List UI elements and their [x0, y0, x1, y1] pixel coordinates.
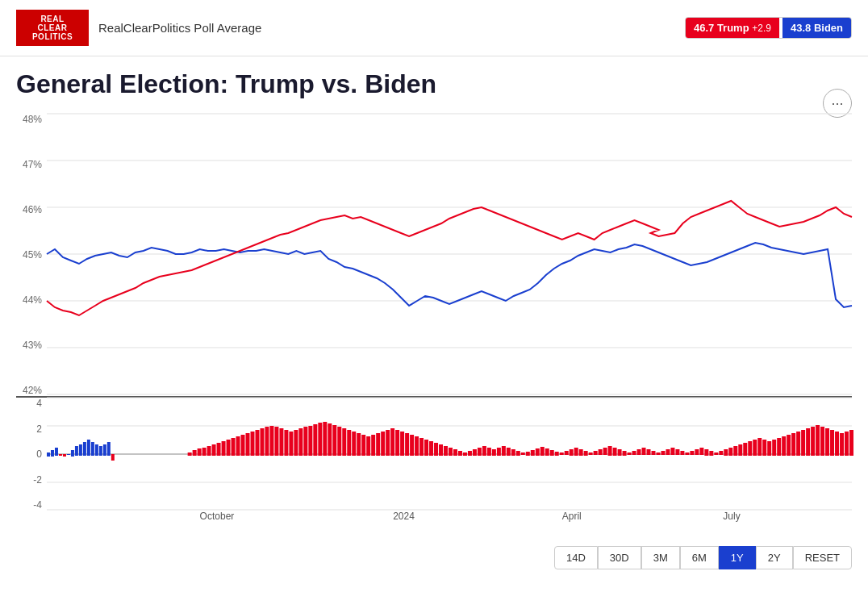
- svg-rect-147: [757, 438, 762, 456]
- svg-rect-73: [400, 432, 404, 456]
- y-label-42: 42%: [16, 385, 47, 396]
- svg-rect-45: [265, 427, 269, 456]
- y-axis: 48% 47% 46% 45% 44% 43% 42%: [16, 114, 47, 396]
- y-label-45: 45%: [16, 249, 47, 261]
- btn-1y[interactable]: 1Y: [719, 546, 756, 569]
- svg-rect-85: [458, 451, 462, 456]
- svg-rect-138: [714, 452, 718, 455]
- btn-3m[interactable]: 3M: [641, 546, 680, 569]
- svg-rect-121: [632, 451, 636, 455]
- svg-rect-95: [507, 448, 511, 456]
- svg-rect-125: [651, 451, 655, 455]
- svg-rect-78: [424, 440, 428, 456]
- y-label-48: 48%: [16, 114, 47, 125]
- svg-rect-21: [83, 442, 86, 456]
- svg-rect-66: [366, 436, 370, 456]
- svg-rect-30: [193, 450, 197, 456]
- svg-rect-151: [777, 438, 781, 456]
- svg-rect-123: [642, 448, 646, 455]
- btn-reset[interactable]: RESET: [793, 546, 852, 569]
- svg-rect-25: [99, 446, 102, 456]
- svg-rect-56: [318, 423, 322, 456]
- svg-rect-98: [521, 452, 525, 455]
- svg-rect-107: [565, 451, 569, 455]
- svg-rect-129: [670, 448, 674, 455]
- svg-rect-12: [47, 452, 50, 457]
- svg-rect-118: [618, 449, 622, 456]
- main-chart-svg: [47, 114, 852, 396]
- svg-rect-88: [473, 449, 477, 456]
- svg-rect-102: [540, 447, 545, 456]
- svg-rect-52: [298, 428, 303, 456]
- page-title: General Election: Trump vs. Biden: [0, 56, 868, 106]
- bar-y-4: 4: [16, 398, 47, 409]
- svg-rect-87: [468, 451, 472, 456]
- rcp-logo: REAL CLEAR POLITICS: [16, 10, 89, 46]
- y-label-47: 47%: [16, 159, 47, 170]
- btn-2y[interactable]: 2Y: [756, 546, 793, 569]
- svg-rect-144: [743, 443, 747, 456]
- svg-rect-108: [570, 449, 574, 456]
- svg-rect-27: [107, 442, 111, 456]
- y-label-43: 43%: [16, 340, 47, 351]
- svg-rect-70: [386, 430, 390, 456]
- svg-rect-130: [675, 449, 679, 455]
- svg-rect-114: [599, 449, 603, 455]
- svg-rect-124: [647, 449, 651, 455]
- svg-rect-34: [212, 444, 216, 456]
- svg-rect-136: [704, 449, 708, 456]
- svg-rect-67: [371, 435, 375, 456]
- svg-rect-101: [536, 448, 540, 456]
- svg-rect-15: [59, 454, 62, 456]
- time-range-buttons: 14D 30D 3M 6M 1Y 2Y RESET: [0, 535, 868, 576]
- svg-rect-120: [628, 452, 632, 455]
- svg-rect-57: [323, 422, 327, 456]
- poll-badges: 46.7 Trump +2.9 43.8 Biden: [685, 17, 852, 39]
- svg-rect-91: [487, 448, 491, 456]
- svg-rect-14: [55, 448, 58, 456]
- svg-rect-81: [439, 444, 443, 456]
- svg-rect-103: [545, 448, 549, 456]
- svg-rect-62: [347, 430, 351, 456]
- svg-rect-68: [376, 433, 380, 456]
- svg-rect-122: [637, 449, 641, 455]
- svg-rect-84: [453, 449, 457, 456]
- svg-rect-127: [661, 451, 665, 455]
- svg-rect-72: [395, 430, 399, 456]
- svg-rect-162: [830, 430, 834, 456]
- trump-badge: 46.7 Trump +2.9: [686, 18, 779, 38]
- btn-6m[interactable]: 6M: [680, 546, 719, 569]
- svg-rect-80: [434, 443, 438, 456]
- svg-rect-96: [511, 449, 515, 456]
- svg-rect-115: [603, 448, 607, 455]
- bar-y-0: 0: [16, 448, 47, 460]
- svg-rect-22: [87, 440, 90, 456]
- svg-rect-113: [594, 451, 598, 455]
- svg-rect-106: [560, 452, 564, 455]
- svg-rect-74: [405, 433, 409, 456]
- svg-rect-156: [801, 430, 805, 456]
- svg-rect-112: [589, 452, 593, 455]
- svg-rect-142: [733, 446, 737, 456]
- svg-rect-153: [787, 435, 791, 456]
- svg-rect-47: [274, 427, 278, 456]
- svg-rect-63: [352, 432, 356, 456]
- svg-rect-65: [361, 435, 365, 456]
- svg-rect-23: [91, 442, 94, 456]
- svg-rect-60: [337, 427, 341, 456]
- svg-rect-99: [526, 452, 530, 456]
- btn-14d[interactable]: 14D: [554, 546, 598, 569]
- svg-rect-149: [767, 441, 771, 456]
- svg-rect-100: [531, 450, 535, 456]
- svg-rect-77: [419, 438, 424, 456]
- svg-rect-150: [772, 440, 776, 456]
- svg-rect-20: [79, 444, 82, 456]
- btn-30d[interactable]: 30D: [598, 546, 641, 569]
- svg-rect-33: [207, 446, 211, 456]
- svg-rect-89: [478, 448, 482, 456]
- bar-y-neg2: -2: [16, 474, 47, 486]
- x-label-october: October: [200, 511, 235, 522]
- svg-rect-140: [724, 449, 728, 456]
- svg-rect-69: [381, 432, 385, 456]
- svg-rect-116: [608, 446, 612, 456]
